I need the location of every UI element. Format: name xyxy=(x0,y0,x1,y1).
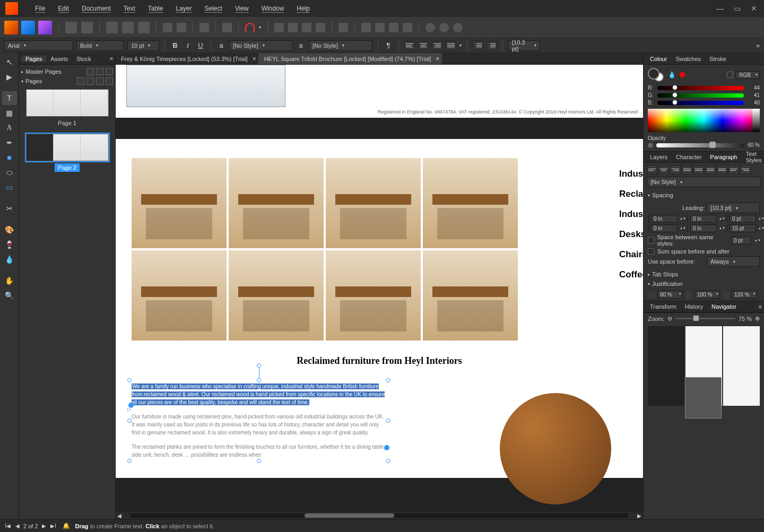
toolbar-button[interactable] xyxy=(163,23,172,32)
char-style-dropdown[interactable]: [No Style] xyxy=(229,40,293,51)
canvas[interactable]: Registered in England No. 08674794. VAT … xyxy=(116,65,643,519)
resize-handle[interactable] xyxy=(386,459,390,463)
underline-button[interactable]: U xyxy=(196,41,205,50)
menu-window[interactable]: Window xyxy=(255,5,291,12)
font-family-dropdown[interactable]: Arial xyxy=(4,40,73,51)
flip-v-icon[interactable] xyxy=(375,23,385,32)
first-line-indent-input[interactable] xyxy=(651,224,678,232)
tab-assets[interactable]: Assets xyxy=(46,56,72,62)
resize-handle[interactable] xyxy=(127,418,132,423)
same-styles-checkbox[interactable] xyxy=(648,237,654,243)
align-center-icon[interactable] xyxy=(418,41,429,50)
node-tool[interactable]: ▶ xyxy=(2,70,17,84)
tab-paragraph[interactable]: Paragraph xyxy=(706,154,741,160)
circular-image[interactable] xyxy=(500,393,611,504)
page-thumb-1[interactable] xyxy=(26,89,109,117)
last-line-indent-input[interactable] xyxy=(690,224,717,232)
list-number-icon[interactable] xyxy=(487,41,497,50)
tab-character[interactable]: Character xyxy=(672,154,706,160)
horizontal-scrollbar[interactable] xyxy=(131,513,628,518)
pages-icon[interactable] xyxy=(86,68,94,75)
use-space-before-dropdown[interactable]: Always xyxy=(707,256,760,267)
flip-h-icon[interactable] xyxy=(361,23,371,32)
align-justify-icon[interactable] xyxy=(446,41,456,50)
tab-transform[interactable]: Transform xyxy=(646,303,681,310)
para-justify-left[interactable] xyxy=(682,165,692,175)
align-left-icon[interactable] xyxy=(404,41,415,50)
justify-desired[interactable]: 100 % xyxy=(694,291,720,299)
tab-pages[interactable]: Pages xyxy=(21,56,46,62)
tab-navigator[interactable]: Navigator xyxy=(707,303,741,310)
left-indent-input[interactable] xyxy=(651,215,678,223)
fill-stroke-swatch[interactable] xyxy=(648,68,664,82)
artistic-text-tool[interactable]: A xyxy=(2,121,17,135)
red-value[interactable]: 44 xyxy=(747,85,760,91)
bold-button[interactable]: B xyxy=(170,41,180,50)
rotate-ccw-icon[interactable] xyxy=(389,23,398,32)
same-styles-value[interactable] xyxy=(731,237,751,245)
arrange-icon[interactable] xyxy=(288,23,298,32)
para-style-dropdown[interactable]: [No Style] xyxy=(309,40,372,51)
leading-value[interactable]: [10.3 pt] xyxy=(707,203,760,213)
pages-section-label[interactable]: Pages xyxy=(25,78,42,84)
menu-help[interactable]: Help xyxy=(290,5,316,12)
rectangle-tool[interactable]: ■ xyxy=(2,151,17,164)
para-justify-right[interactable] xyxy=(705,165,716,175)
zoom-out-button[interactable]: ⊖ xyxy=(667,315,672,322)
spread-icon[interactable] xyxy=(86,77,94,85)
section-tab-stops[interactable]: Tab Stops xyxy=(644,269,764,279)
zoom-slider[interactable] xyxy=(675,318,735,319)
first-page-button[interactable]: I◀ xyxy=(4,522,12,530)
green-value[interactable]: 41 xyxy=(747,92,760,98)
list-bullet-icon[interactable] xyxy=(473,41,483,50)
resize-handle[interactable] xyxy=(386,418,390,423)
colour-spectrum[interactable] xyxy=(648,109,760,132)
menu-select[interactable]: Select xyxy=(198,5,228,12)
fill-tool[interactable]: 🎨 xyxy=(2,223,17,237)
resize-handle[interactable] xyxy=(127,378,132,382)
arrange-icon[interactable] xyxy=(316,23,325,32)
grid-image[interactable] xyxy=(132,158,227,248)
grid-image[interactable] xyxy=(229,250,324,341)
menu-table[interactable]: Table xyxy=(142,5,170,12)
blue-value[interactable]: 40 xyxy=(747,100,760,106)
green-slider[interactable] xyxy=(657,93,744,98)
leading-dropdown[interactable]: [10.3 pt] xyxy=(508,40,540,51)
spread-icon[interactable] xyxy=(106,77,113,85)
transparency-tool[interactable]: 🍷 xyxy=(2,238,17,251)
font-weight-dropdown[interactable]: Bold xyxy=(76,40,124,51)
colour-mode-dropdown[interactable]: RGB xyxy=(735,71,760,79)
para-justify-all[interactable] xyxy=(717,165,727,175)
next-page-button[interactable]: ▶ xyxy=(40,522,48,530)
tab-layers[interactable]: Layers xyxy=(646,154,672,160)
selected-text-frame[interactable]: ▷ We are a family run business who speci… xyxy=(132,382,386,459)
toolbar-button[interactable] xyxy=(122,22,134,33)
picture-frame-tool[interactable]: ▭ xyxy=(2,180,17,194)
panel-menu-icon[interactable]: ≡ xyxy=(110,56,113,62)
toolbar-button[interactable] xyxy=(65,22,77,33)
colour-picker-tool[interactable]: 💧 xyxy=(2,252,17,266)
move-tool[interactable]: ↖ xyxy=(2,55,17,69)
scroll-right-icon[interactable]: ▶ xyxy=(636,512,643,519)
pages-icon[interactable] xyxy=(96,68,103,75)
sum-space-checkbox[interactable] xyxy=(648,248,654,255)
font-size-dropdown[interactable]: 10 pt xyxy=(127,40,159,51)
document-tab-active[interactable]: HEYL Square Trifold Brochure [Locked] [M… xyxy=(259,53,442,64)
persona-designer-icon[interactable] xyxy=(21,21,35,34)
para-justify-center[interactable] xyxy=(693,165,704,175)
scrollbar-thumb[interactable] xyxy=(305,513,394,518)
pages-icon[interactable] xyxy=(106,68,113,75)
menu-layer[interactable]: Layer xyxy=(169,5,198,12)
section-justification[interactable]: Justification xyxy=(644,279,764,289)
justify-max[interactable]: 133 % xyxy=(732,291,757,299)
red-slider[interactable] xyxy=(657,86,744,90)
master-pages-section[interactable]: Master Pages xyxy=(25,68,62,75)
tab-stroke[interactable]: Stroke xyxy=(705,56,731,62)
align-icon[interactable] xyxy=(338,23,348,32)
page-thumb-2[interactable] xyxy=(26,134,109,161)
grid-image[interactable] xyxy=(326,250,421,341)
rotation-handle[interactable] xyxy=(257,363,261,368)
tab-close-icon[interactable]: × xyxy=(253,55,256,63)
text-flow-out-icon[interactable] xyxy=(384,445,389,450)
geometry-add-icon[interactable] xyxy=(426,23,435,32)
